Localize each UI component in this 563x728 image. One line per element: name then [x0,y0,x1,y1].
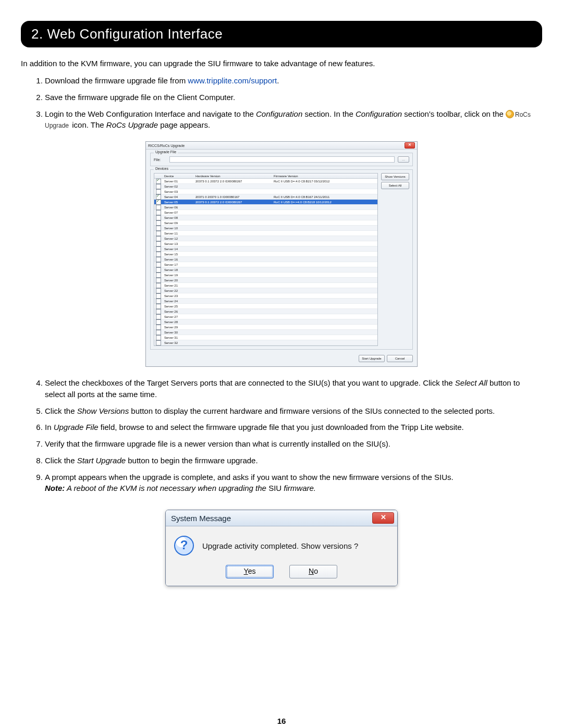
file-input[interactable] [169,156,395,163]
row-checkbox[interactable] [156,325,161,330]
table-row[interactable]: Server 22 [154,288,377,293]
step-3-config-1: Configuration [256,109,302,118]
close-icon[interactable]: ✕ [405,142,415,149]
devices-table: Device Hardware Version Firmware Version… [154,173,378,346]
row-checkbox[interactable] [156,189,161,194]
table-row[interactable]: Server 11 [154,231,377,236]
row-checkbox[interactable] [156,179,161,184]
sysmsg-title: System Message [171,514,372,523]
cell-device: Server 10 [163,227,194,230]
step-8-start: Start Upgrade [77,456,126,465]
table-row[interactable]: Server 09 [154,220,377,226]
sysmsg-text: Upgrade activity completed. Show version… [202,541,358,550]
table-row[interactable]: Server 08 [154,215,377,220]
browse-button[interactable]: … [398,156,409,163]
row-checkbox[interactable] [156,340,161,346]
row-checkbox[interactable] [156,200,161,205]
col-device: Device [163,175,194,178]
cell-device: Server 02 [163,185,194,188]
row-checkbox[interactable] [156,335,161,340]
row-checkbox[interactable] [156,252,161,257]
table-row[interactable]: Server 18 [154,267,377,273]
row-checkbox[interactable] [156,273,161,278]
table-row[interactable]: Server 10 [154,226,377,231]
yes-button[interactable]: Yes [226,565,274,578]
cell-device: Server 18 [163,268,194,272]
row-checkbox[interactable] [156,267,161,273]
table-row[interactable]: Server 13 [154,241,377,246]
row-checkbox[interactable] [156,231,161,236]
cell-device: Server 07 [163,211,194,214]
cell-device: Server 22 [163,289,194,292]
row-checkbox[interactable] [156,278,161,283]
page-number: 16 [21,717,542,725]
table-row[interactable]: Server 26 [154,309,377,314]
table-row[interactable]: Server 0520373 0.1 20372 2.0 ID00080267R… [154,200,377,205]
table-row[interactable]: Server 28 [154,319,377,325]
row-checkbox[interactable] [156,236,161,241]
row-checkbox[interactable] [156,262,161,267]
step-3-e: page appears. [158,120,210,129]
cell-device: Server 23 [163,294,194,298]
table-row[interactable]: Server 07 [154,210,377,215]
row-checkbox[interactable] [156,184,161,189]
row-checkbox[interactable] [156,220,161,226]
table-row[interactable]: Server 03 [154,189,377,194]
table-row[interactable]: Server 32 [154,340,377,346]
cell-hardware: 20373 0.1 20372 2.0 ID00080267 [194,180,272,183]
table-row[interactable]: Server 31 [154,335,377,340]
cancel-button[interactable]: Cancel [387,355,413,362]
cell-hardware: 20371 0 20370 1.0 ID00080167 [194,195,272,199]
table-row[interactable]: Server 27 [154,314,377,319]
row-checkbox[interactable] [156,194,161,200]
select-all-button[interactable]: Select All [381,182,409,189]
table-row[interactable]: Server 20 [154,278,377,283]
row-checkbox[interactable] [156,241,161,246]
row-checkbox[interactable] [156,319,161,325]
start-upgrade-button[interactable]: Start Upgrade [359,355,385,362]
show-versions-button[interactable]: Show Versions [381,173,409,180]
cell-device: Server 08 [163,216,194,219]
table-row[interactable]: Server 06 [154,205,377,210]
table-row[interactable]: Server 21 [154,283,377,288]
row-checkbox[interactable] [156,309,161,314]
table-row[interactable]: Server 23 [154,293,377,299]
row-checkbox[interactable] [156,314,161,319]
devices-legend: Devices [154,167,170,170]
table-row[interactable]: Server 29 [154,325,377,330]
row-checkbox[interactable] [156,210,161,215]
table-row[interactable]: Server 25 [154,304,377,309]
table-row[interactable]: Server 0420371 0 20370 1.0 ID00080167RoC… [154,194,377,200]
table-row[interactable]: Server 12 [154,236,377,241]
row-checkbox[interactable] [156,304,161,309]
row-checkbox[interactable] [156,226,161,231]
row-checkbox[interactable] [156,205,161,210]
row-checkbox[interactable] [156,246,161,252]
cell-device: Server 32 [163,341,194,344]
row-checkbox[interactable] [156,330,161,335]
cell-device: Server 09 [163,221,194,225]
support-link[interactable]: www.tripplite.com/support [188,76,277,85]
table-row[interactable]: Server 15 [154,252,377,257]
row-checkbox[interactable] [156,215,161,220]
step-5-showver: Show Versions [77,406,129,415]
table-row[interactable]: Server 30 [154,330,377,335]
cell-device: Server 19 [163,274,194,277]
cell-device: Server 30 [163,331,194,334]
row-checkbox[interactable] [156,288,161,293]
table-row[interactable]: Server 14 [154,246,377,252]
row-checkbox[interactable] [156,257,161,262]
row-checkbox[interactable] [156,293,161,299]
row-checkbox[interactable] [156,283,161,288]
row-checkbox[interactable] [156,299,161,304]
table-row[interactable]: Server 0120373 0.1 20372 2.0 ID00080267R… [154,179,377,184]
table-row[interactable]: Server 17 [154,262,377,267]
no-button[interactable]: No [289,565,337,578]
close-icon[interactable]: ✕ [372,512,394,524]
table-row[interactable]: Server 24 [154,299,377,304]
riccs-window: RICCS/RoCs Upgrade ✕ Upgrade File File: … [145,141,418,367]
table-row[interactable]: Server 19 [154,273,377,278]
table-row[interactable]: Server 16 [154,257,377,262]
table-row[interactable]: Server 02 [154,184,377,189]
step-3-b: section. In the [302,109,356,118]
